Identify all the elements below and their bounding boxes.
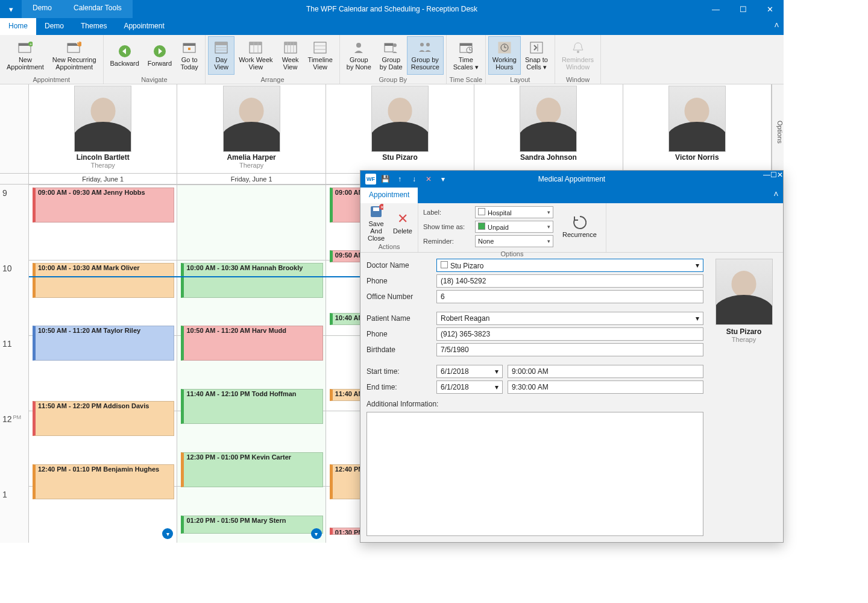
ribbon-time-scales-button[interactable]: Time Scales ▾ — [449, 36, 483, 75]
week-view-icon — [283, 40, 298, 55]
office-number-input[interactable]: 6 — [436, 290, 703, 303]
doctor-name-combo[interactable]: Stu Pizaro▾ — [436, 259, 703, 272]
end-date-input[interactable]: 6/1/2018▾ — [436, 380, 503, 394]
time-label: 12PM — [2, 414, 21, 424]
ribbon-new-recurring-appointment-button[interactable]: New Recurring Appointment — [48, 36, 101, 75]
more-appointments-button[interactable]: ▾ — [311, 528, 322, 539]
recurrence-button[interactable]: Recurrence — [558, 208, 601, 245]
minimize-button[interactable]: — — [702, 0, 729, 18]
dialog-close-button[interactable]: ✕ — [777, 171, 783, 188]
ribbon-collapse-icon[interactable]: ᐱ — [775, 22, 779, 28]
appointment[interactable]: 11:50 AM - 12:20 PM Addison Davis — [33, 401, 174, 436]
ribbon-working-hours-button[interactable]: Working Hours — [488, 36, 521, 75]
start-time-input[interactable]: 9:00:00 AM — [508, 365, 703, 378]
forward-icon — [153, 44, 167, 58]
dialog-maximize-button[interactable]: ☐ — [770, 171, 777, 188]
resource-header[interactable]: Victor Norris — [623, 84, 772, 173]
tab-appointment[interactable]: Appointment — [115, 18, 172, 35]
label-combo[interactable]: Hospital▾ — [475, 206, 553, 218]
svg-rect-11 — [188, 48, 190, 50]
date-header[interactable]: Friday, June 1 — [177, 174, 326, 185]
ribbon-reminders-window-button: Reminders Window — [558, 36, 598, 75]
ribbon-group-by-none-button[interactable]: Group by None — [342, 36, 376, 75]
ribbon-day-view-button[interactable]: Day View — [208, 36, 234, 75]
reminder-combo[interactable]: None▾ — [475, 235, 553, 247]
ribbon-button-label: Work Week View — [239, 56, 272, 71]
appointment[interactable]: 12:40 PM - 01:10 PM Benjamin Hughes — [33, 464, 174, 499]
tab-home[interactable]: Home — [0, 18, 36, 35]
context-tab-calendar-tools[interactable]: Calendar Tools — [63, 0, 133, 18]
ribbon-week-view-button[interactable]: Week View — [277, 36, 304, 75]
dialog-ribbon-collapse-icon[interactable]: ᐱ — [774, 191, 778, 197]
tab-demo[interactable]: Demo — [36, 18, 72, 35]
appointment[interactable]: 10:00 AM - 10:30 AM Mark Oliver — [33, 263, 174, 298]
appointment[interactable]: 10:00 AM - 10:30 AM Hannah Brookly — [181, 263, 322, 298]
dialog-tab-appointment[interactable]: Appointment — [360, 188, 418, 203]
patient-name-combo[interactable]: Robert Reagan▾ — [436, 312, 703, 325]
end-time-input[interactable]: 9:30:00 AM — [508, 380, 703, 394]
label-field-label: Label: — [423, 209, 471, 216]
appointment[interactable]: 12:30 PM - 01:00 PM Kevin Carter — [181, 452, 322, 487]
qat-save-icon[interactable]: 💾 — [380, 174, 391, 185]
recurrence-label: Recurrence — [562, 231, 597, 238]
options-side-tab[interactable]: Options — [772, 84, 784, 173]
svg-rect-10 — [183, 43, 195, 46]
ribbon-button-label: Working Hours — [492, 56, 517, 71]
appointment[interactable]: 09:00 AM - 09:30 AM Jenny Hobbs — [33, 188, 174, 223]
qat-prev-icon[interactable]: ↑ — [394, 174, 405, 185]
start-date-input[interactable]: 6/1/2018▾ — [436, 365, 503, 378]
qat-customize-icon[interactable]: ▾ — [438, 174, 448, 185]
ribbon-forward-button[interactable]: Forward — [143, 36, 176, 75]
ribbon-group-by-date-button[interactable]: Group by Date — [376, 36, 407, 75]
svg-rect-30 — [385, 43, 393, 46]
resource-header[interactable]: Sandra Johnson — [474, 84, 623, 173]
resource-name: Victor Norris — [675, 153, 719, 162]
resource-name: Lincoln Bartlett — [77, 153, 130, 162]
maximize-button[interactable]: ☐ — [729, 0, 756, 18]
tab-themes[interactable]: Themes — [72, 18, 115, 35]
dialog-minimize-button[interactable]: — — [763, 171, 770, 188]
ribbon-snap-to-cells-button[interactable]: Snap to Cells ▾ — [521, 36, 552, 75]
close-button[interactable]: ✕ — [756, 0, 784, 18]
birthdate-input[interactable]: 7/5/1980 — [436, 343, 703, 356]
ribbon-group-by-resource-button[interactable]: Group by Resource — [407, 36, 444, 75]
date-header[interactable]: Friday, June 1 — [29, 174, 177, 185]
group-by-resource-icon — [418, 40, 432, 55]
context-tab-demo[interactable]: Demo — [22, 0, 63, 18]
save-close-label: Save And Close — [367, 220, 385, 242]
resource-header[interactable]: Stu Pizaro — [326, 84, 474, 173]
qat-delete-icon[interactable]: ✕ — [423, 174, 434, 185]
show-time-as-combo[interactable]: Unpaid▾ — [475, 221, 553, 233]
patient-phone-input[interactable]: (912) 365-3823 — [436, 327, 703, 341]
appointment[interactable]: 10:50 AM - 11:20 AM Taylor Riley — [33, 326, 174, 361]
appointment[interactable]: 01:20 PM - 01:50 PM Mary Stern — [181, 516, 322, 534]
save-and-close-button[interactable]: ✕ Save And Close — [363, 204, 389, 242]
resource-header[interactable]: Amelia HarperTherapy — [177, 84, 326, 173]
ribbon-go-to-today-button[interactable]: Go to Today — [176, 36, 203, 75]
appointment[interactable]: 11:40 AM - 12:10 PM Todd Hoffman — [181, 389, 322, 424]
resource-name: Amelia Harper — [227, 153, 275, 162]
ribbon-button-label: Go to Today — [180, 56, 198, 71]
resource-header[interactable]: Lincoln BartlettTherapy — [29, 84, 177, 173]
delete-button[interactable]: ✕ Delete — [389, 204, 416, 242]
ribbon-work-week-view-button[interactable]: Work Week View — [234, 36, 277, 75]
app-icon: ▾ — [5, 5, 17, 14]
additional-info-textarea[interactable] — [366, 412, 703, 536]
more-appointments-button[interactable]: ▾ — [162, 528, 173, 539]
ribbon-button-label: New Recurring Appointment — [52, 56, 96, 71]
resource-subtitle: Therapy — [91, 162, 115, 169]
ribbon-new-appointment-button[interactable]: +New Appointment — [2, 36, 48, 75]
appointment[interactable]: 10:50 AM - 11:20 AM Harv Mudd — [181, 326, 322, 361]
doctor-phone-label: Phone — [366, 277, 432, 285]
chevron-down-icon: ▾ — [547, 224, 550, 230]
chevron-down-icon: ▾ — [495, 383, 498, 391]
ribbon-timeline-view-button[interactable]: Timeline View — [304, 36, 337, 75]
svg-rect-13 — [215, 42, 227, 45]
qat-next-icon[interactable]: ↓ — [409, 174, 420, 185]
doctor-swatch-icon — [441, 261, 448, 268]
patient-name-label: Patient Name — [366, 314, 432, 323]
day-column[interactable]: 10:00 AM - 10:30 AM Hannah Brookly10:50 … — [177, 185, 326, 543]
doctor-phone-input[interactable]: (18) 140-5292 — [436, 274, 703, 288]
day-column[interactable]: 09:00 AM - 09:30 AM Jenny Hobbs10:00 AM … — [29, 185, 177, 543]
ribbon-backward-button[interactable]: Backward — [106, 36, 143, 75]
